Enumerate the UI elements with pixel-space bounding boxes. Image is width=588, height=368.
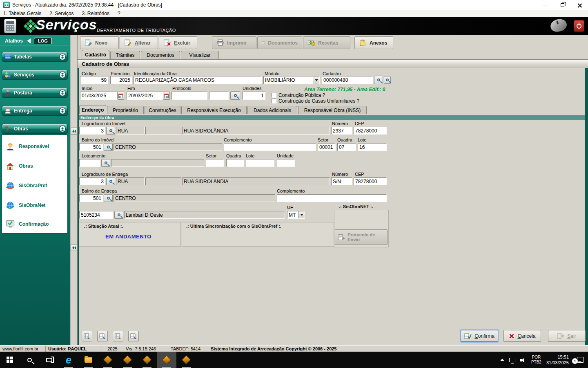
novo-button[interactable]: Novo — [80, 36, 119, 49]
app-taskbar-button-2[interactable] — [118, 352, 137, 368]
loteamento-quadra-input[interactable] — [226, 159, 244, 167]
anexos-button[interactable]: Anexos — [354, 36, 393, 49]
subtab-responsavel-obra-inss[interactable]: Responsável Obra (INSS) — [298, 106, 367, 114]
imovel-quadra-input[interactable] — [337, 143, 356, 151]
excluir-button[interactable]: Excluir — [159, 36, 197, 49]
entrega-cep-input[interactable] — [354, 177, 387, 185]
bairro-entrega-cod-input[interactable] — [79, 194, 103, 202]
chevron-down-icon[interactable] — [59, 108, 66, 114]
fim-calendar-button[interactable] — [163, 92, 170, 100]
modulo-select[interactable]: IMOBILIÁRIO — [263, 76, 320, 84]
uf-select[interactable]: MT — [287, 211, 305, 219]
fim-date-input[interactable] — [127, 92, 163, 100]
task-view-button[interactable] — [39, 352, 59, 368]
sidebar-group-servicos[interactable]: Serviços — [2, 70, 68, 80]
chevron-up-icon[interactable] — [59, 126, 66, 132]
sidebar-item-sisobrapref[interactable]: SisObraPref — [5, 178, 66, 193]
sidebar-splitter[interactable] — [70, 35, 78, 345]
dropdown-arrow-icon[interactable] — [298, 211, 305, 218]
imovel-complemento-input[interactable] — [224, 143, 316, 151]
chevron-down-icon[interactable] — [59, 54, 66, 60]
inicio-calendar-button[interactable] — [117, 92, 124, 100]
subtab-endereco[interactable]: Endereço — [79, 105, 106, 114]
imovel-setor-input[interactable] — [318, 143, 336, 151]
sidebar-group-entrega[interactable]: Entrega — [2, 106, 68, 116]
protocolo-search-button[interactable] — [230, 91, 240, 100]
file-explorer-taskbar-button[interactable] — [78, 352, 98, 368]
alterar-button[interactable]: Alterar — [120, 36, 158, 49]
tab-visualizar[interactable]: Visualizar — [181, 51, 219, 59]
tab-tramites[interactable]: Trâmites — [110, 51, 140, 59]
menu-servicos[interactable]: 2. Serviços — [49, 11, 74, 16]
collapse-sidebar-button-2[interactable] — [71, 244, 77, 251]
tab-documentos[interactable]: Documentos — [141, 51, 180, 59]
protocolo-input-2[interactable] — [209, 92, 229, 100]
checkbox-label[interactable]: Construção de Casas Unifamiliares ? — [278, 98, 359, 104]
taskbar-clock[interactable]: 15:51 31/03/2025 — [546, 354, 569, 366]
protocolo-envio-button[interactable]: Protocolo de Envio — [335, 229, 388, 245]
loteamento-setor-input[interactable] — [206, 159, 224, 167]
power-button[interactable] — [574, 20, 584, 32]
subtab-proprietario[interactable]: Proprietário — [107, 106, 144, 114]
cadastro-input[interactable] — [322, 76, 373, 84]
bairro-entrega-search-button[interactable] — [104, 194, 113, 202]
app-taskbar-button-4[interactable] — [157, 352, 176, 368]
imovel-lote-input[interactable] — [358, 143, 387, 151]
entrega-complemento-input[interactable] — [277, 194, 387, 202]
menu-help[interactable]: ? — [118, 11, 120, 16]
sair-button[interactable]: Sair — [548, 330, 586, 342]
volume-icon[interactable] — [520, 357, 526, 363]
tab-cadastro[interactable]: Cadastro — [82, 50, 109, 59]
chevron-down-icon[interactable] — [59, 90, 66, 96]
construcao-publica-checkbox[interactable] — [272, 93, 276, 98]
codigo-input[interactable] — [80, 76, 108, 84]
loteamento-search-button[interactable] — [101, 159, 110, 167]
checkbox-label[interactable]: Construção Pública ? — [278, 92, 325, 98]
loteamento-cod-input[interactable] — [79, 159, 100, 167]
subtab-responsaveis-execucao[interactable]: Responsáveis Execução — [181, 106, 247, 114]
receitas-button[interactable]: Receitas — [303, 36, 350, 49]
cadastro-search-button[interactable] — [374, 76, 383, 84]
sidebar-item-obras[interactable]: Obras — [5, 159, 66, 173]
casas-unifamiliares-checkbox[interactable] — [272, 99, 276, 103]
export-grid-button-3[interactable] — [113, 331, 123, 341]
action-center-button[interactable]: 1 — [574, 357, 584, 363]
imprimir-button[interactable]: Imprimir — [212, 36, 256, 49]
menu-relatorios[interactable]: 3. Relatórios — [82, 11, 109, 16]
imovel-numero-input[interactable] — [331, 127, 352, 135]
unidades-input[interactable] — [242, 92, 265, 100]
protocolo-input[interactable] — [172, 92, 207, 100]
restore-button[interactable] — [554, 0, 571, 10]
cancela-button[interactable]: Cancela — [503, 330, 541, 342]
bairro-imovel-search-button[interactable] — [104, 143, 113, 151]
sidebar-group-postura[interactable]: Postura — [2, 88, 68, 98]
documentos-button[interactable]: Documentos — [257, 36, 302, 49]
minimize-button[interactable] — [537, 0, 554, 10]
menu-tabelas-gerais[interactable]: 1. Tabelas Gerais — [3, 11, 41, 16]
export-grid-button-4[interactable] — [128, 331, 139, 341]
logradouro-entrega-search-button[interactable] — [106, 177, 115, 185]
dropdown-arrow-icon[interactable] — [313, 76, 319, 84]
sidebar-group-obras[interactable]: Obras — [2, 124, 68, 134]
logradouro-imovel-cod-input[interactable] — [79, 127, 105, 135]
start-button[interactable] — [0, 352, 20, 368]
entrega-numero-input[interactable] — [331, 177, 352, 185]
cidade-cod-input[interactable] — [79, 211, 113, 219]
sidebar-group-tabelas[interactable]: Tabelas — [2, 52, 68, 62]
export-grid-button-2[interactable] — [97, 331, 108, 341]
app-taskbar-button-3[interactable] — [137, 352, 157, 368]
cidade-search-button[interactable] — [114, 211, 123, 219]
chevron-down-icon[interactable] — [59, 72, 66, 78]
taskbar-search-button[interactable] — [20, 352, 39, 368]
inicio-date-input[interactable] — [80, 92, 118, 100]
logradouro-entrega-cod-input[interactable] — [79, 177, 105, 185]
imovel-cep-input[interactable] — [354, 127, 387, 135]
exercicio-input[interactable] — [110, 76, 132, 84]
export-grid-button-1[interactable] — [82, 331, 92, 341]
logradouro-imovel-search-button[interactable] — [106, 127, 115, 135]
sidebar-log-tab[interactable]: LOG — [34, 38, 52, 44]
subtab-construcoes[interactable]: Construções — [145, 106, 180, 114]
tray-chevron-up-icon[interactable] — [500, 359, 504, 361]
sidebar-item-confirmacao[interactable]: Confirmação — [5, 217, 66, 231]
language-indicator[interactable]: POR PTB2 — [531, 355, 541, 365]
